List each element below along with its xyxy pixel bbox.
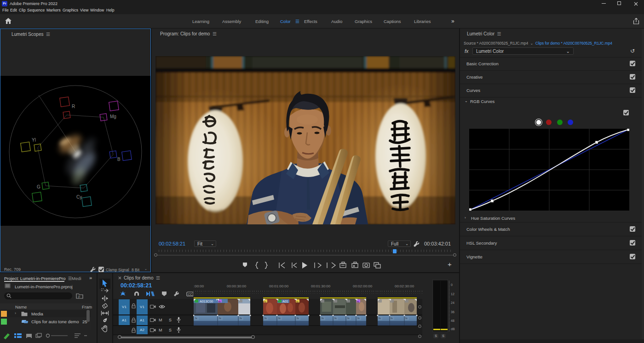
svg-text:fx: fx	[297, 317, 299, 320]
svg-text:CC: CC	[188, 293, 193, 296]
svg-text:B: B	[117, 157, 121, 162]
svg-text:fx: fx	[379, 317, 381, 320]
svg-text:fx: fx	[405, 317, 408, 320]
svg-text:fx: fx	[347, 317, 350, 320]
svg-text:fx: fx	[357, 317, 360, 320]
svg-text:fx: fx	[219, 317, 221, 320]
svg-text:Cy: Cy	[76, 194, 82, 200]
svg-text:fx: fx	[240, 317, 242, 320]
svg-text:G: G	[37, 184, 40, 189]
svg-text:fx: fx	[264, 317, 267, 320]
svg-text:p: p	[78, 295, 80, 298]
svg-text:fx: fx	[322, 317, 324, 320]
svg-text:fx: fx	[391, 317, 393, 320]
svg-text:A01: A01	[282, 300, 288, 303]
svg-text:Yl: Yl	[32, 137, 36, 143]
svg-text:fx: fx	[278, 317, 281, 320]
svg-text:fx: fx	[264, 300, 266, 303]
svg-text:Mg: Mg	[110, 114, 116, 119]
svg-text:fx: fx	[334, 317, 337, 320]
svg-text:R: R	[72, 104, 75, 109]
svg-text:A013C00: A013C00	[200, 300, 213, 303]
svg-text:fx: fx	[195, 317, 197, 320]
